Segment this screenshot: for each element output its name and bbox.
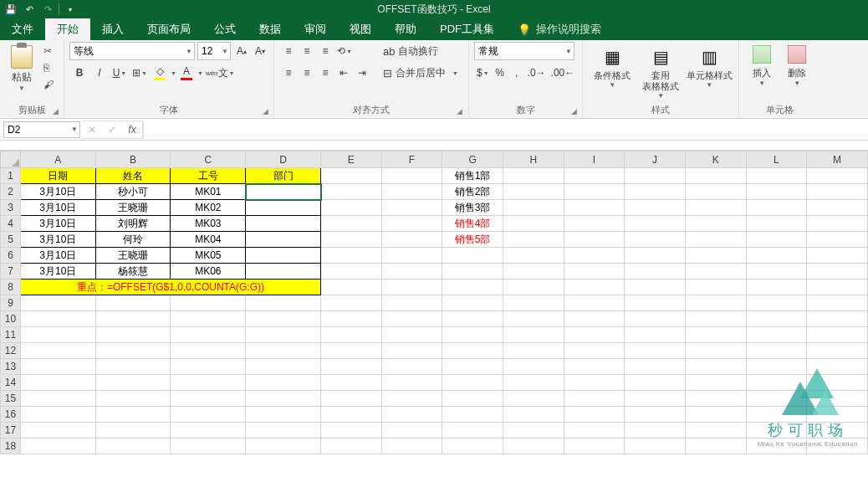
- cell-M15[interactable]: [807, 391, 868, 407]
- cell-C9[interactable]: [171, 295, 246, 311]
- cell-E17[interactable]: [321, 423, 382, 439]
- cell-J3[interactable]: [625, 200, 686, 216]
- cell-B12[interactable]: [95, 343, 171, 359]
- cell-J1[interactable]: [625, 168, 686, 184]
- cell-F12[interactable]: [381, 343, 442, 359]
- col-header-E[interactable]: E: [321, 151, 382, 168]
- row-header-9[interactable]: 9: [1, 295, 21, 311]
- cell-L1[interactable]: [746, 168, 807, 184]
- row-header-18[interactable]: 18: [1, 439, 21, 454]
- cell-K11[interactable]: [685, 327, 746, 343]
- cell-G9[interactable]: [442, 295, 503, 311]
- cell-J14[interactable]: [625, 375, 686, 391]
- cell-A1[interactable]: 日期: [20, 168, 95, 184]
- cell-C5[interactable]: MK04: [171, 232, 246, 248]
- cell-M7[interactable]: [807, 264, 868, 280]
- dialog-launcher-icon[interactable]: ◢: [455, 107, 465, 117]
- cell-F3[interactable]: [381, 200, 442, 216]
- cell-F5[interactable]: [381, 232, 442, 248]
- cell-G14[interactable]: [442, 375, 503, 391]
- cell-H10[interactable]: [503, 311, 564, 327]
- cell-I18[interactable]: [564, 439, 625, 454]
- tab-data[interactable]: 数据: [248, 18, 293, 40]
- cell-L13[interactable]: [746, 359, 807, 375]
- cell-G13[interactable]: [442, 359, 503, 375]
- cell-J10[interactable]: [625, 311, 686, 327]
- cell-I15[interactable]: [564, 391, 625, 407]
- cell-D3[interactable]: [246, 200, 321, 216]
- format-painter-icon[interactable]: 🖌: [43, 79, 57, 92]
- align-center-button[interactable]: ≡: [298, 64, 316, 82]
- cell-L2[interactable]: [746, 184, 807, 200]
- cell-B9[interactable]: [95, 295, 171, 311]
- cell-I3[interactable]: [564, 200, 625, 216]
- cell-A18[interactable]: [20, 439, 95, 454]
- name-box[interactable]: D2▼: [3, 121, 80, 138]
- tab-pdf[interactable]: PDF工具集: [428, 18, 506, 40]
- cell-E4[interactable]: [321, 216, 382, 232]
- cell-L17[interactable]: [746, 423, 807, 439]
- cell-M18[interactable]: [807, 439, 868, 454]
- cell-H14[interactable]: [503, 375, 564, 391]
- comma-button[interactable]: ,: [508, 64, 525, 82]
- cell-D1[interactable]: 部门: [246, 168, 321, 184]
- col-header-I[interactable]: I: [564, 151, 625, 168]
- cell-D7[interactable]: [246, 264, 321, 280]
- wrap-text-button[interactable]: ab自动换行: [378, 42, 463, 60]
- cell-K8[interactable]: [685, 280, 746, 295]
- cell-C17[interactable]: [171, 423, 246, 439]
- cell-C15[interactable]: [171, 391, 246, 407]
- cell-K6[interactable]: [685, 248, 746, 264]
- cell-M2[interactable]: [807, 184, 868, 200]
- cell-D6[interactable]: [246, 248, 321, 264]
- cell-I10[interactable]: [564, 311, 625, 327]
- cell-E3[interactable]: [321, 200, 382, 216]
- cell-A15[interactable]: [20, 391, 95, 407]
- row-header-5[interactable]: 5: [1, 232, 21, 248]
- cell-A5[interactable]: 3月10日: [20, 232, 95, 248]
- dialog-launcher-icon[interactable]: ◢: [50, 107, 60, 117]
- row-header-12[interactable]: 12: [1, 343, 21, 359]
- cell-H16[interactable]: [503, 407, 564, 423]
- cell-M17[interactable]: [807, 423, 868, 439]
- cell-L10[interactable]: [746, 311, 807, 327]
- cell-C2[interactable]: MK01: [171, 184, 246, 200]
- cell-D2[interactable]: [246, 184, 321, 200]
- cell-H2[interactable]: [503, 184, 564, 200]
- cell-J15[interactable]: [625, 391, 686, 407]
- cell-C10[interactable]: [171, 311, 246, 327]
- cell-J18[interactable]: [625, 439, 686, 454]
- cell-B14[interactable]: [95, 375, 171, 391]
- cell-L11[interactable]: [746, 327, 807, 343]
- tab-review[interactable]: 审阅: [293, 18, 338, 40]
- dialog-launcher-icon[interactable]: ◢: [260, 107, 270, 117]
- cell-A11[interactable]: [20, 327, 95, 343]
- tab-home[interactable]: 开始: [45, 18, 90, 40]
- cell-B2[interactable]: 秒小可: [95, 184, 171, 200]
- cell-F16[interactable]: [381, 407, 442, 423]
- cell-A6[interactable]: 3月10日: [20, 248, 95, 264]
- col-header-M[interactable]: M: [807, 151, 868, 168]
- cell-B1[interactable]: 姓名: [95, 168, 171, 184]
- col-header-F[interactable]: F: [381, 151, 442, 168]
- cell-G5[interactable]: 销售5部: [442, 232, 503, 248]
- cell-E15[interactable]: [321, 391, 382, 407]
- cell-I2[interactable]: [564, 184, 625, 200]
- cell-I11[interactable]: [564, 327, 625, 343]
- cell-I17[interactable]: [564, 423, 625, 439]
- insert-function-button[interactable]: fx: [122, 121, 142, 138]
- cell-B16[interactable]: [95, 407, 171, 423]
- cell-L14[interactable]: [746, 375, 807, 391]
- align-bottom-button[interactable]: ≡: [316, 42, 334, 60]
- row-header-11[interactable]: 11: [1, 327, 21, 343]
- cell-C12[interactable]: [171, 343, 246, 359]
- cell-H3[interactable]: [503, 200, 564, 216]
- cell-C3[interactable]: MK02: [171, 200, 246, 216]
- cell-B7[interactable]: 杨筱慧: [95, 264, 171, 280]
- cell-I7[interactable]: [564, 264, 625, 280]
- cell-A4[interactable]: 3月10日: [20, 216, 95, 232]
- col-header-D[interactable]: D: [246, 151, 321, 168]
- cell-F15[interactable]: [381, 391, 442, 407]
- cell-I14[interactable]: [564, 375, 625, 391]
- cell-B10[interactable]: [95, 311, 171, 327]
